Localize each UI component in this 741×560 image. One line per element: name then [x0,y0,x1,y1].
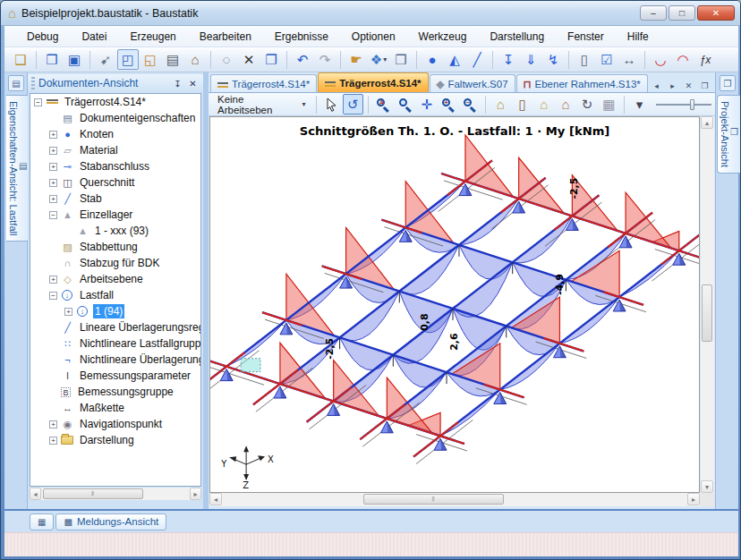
zoom-more-dropdown-button[interactable]: ▾ [629,94,650,115]
tree-item[interactable]: −Trägerrost4.S14* [30,94,200,110]
find-in-document-button[interactable]: ◱ [140,49,161,70]
tree-item[interactable]: −↓Lastfall [30,287,200,303]
menu-erzeugen[interactable]: Erzeugen [120,28,185,46]
line-support-tool-button[interactable]: ⇓ [520,49,541,70]
node-tool-button[interactable]: ● [422,49,443,70]
scroll-left-icon[interactable]: ◂ [209,493,222,505]
expand-plus-icon[interactable]: + [49,147,57,155]
scroll-down-icon[interactable]: ▾ [701,480,713,493]
render-mode-button[interactable]: ❖▾ [368,49,389,70]
zoom-dynamic-button[interactable] [395,94,415,115]
menu-werkzeug[interactable]: Werkzeug [409,28,477,46]
close-document-button[interactable]: ✕ [682,79,695,92]
expand-minus-icon[interactable]: − [49,211,57,219]
tree-item[interactable]: +⊸Stabanschluss [30,158,200,174]
tree-item[interactable]: +●Knoten [30,126,200,142]
tree-scroll-thumb[interactable]: ⦀ [43,488,143,499]
tab-document-3[interactable]: ⊓Ebener Rahmen4.S13* [516,74,648,92]
expand-plus-icon[interactable]: + [49,163,57,171]
tree-item[interactable]: +▱Material [30,142,200,158]
save-button[interactable]: ▣ [64,49,85,70]
tree-scroll-right-icon[interactable]: ▸ [190,488,201,500]
tree-item[interactable]: +╱Stab [30,191,200,207]
expand-plus-icon[interactable]: + [49,195,57,203]
tree-item[interactable]: ▲1 - xxx (93) [30,223,200,239]
undo-button[interactable]: ↶ [292,49,313,70]
menu-darstellung[interactable]: Darstellung [480,28,554,46]
menu-datei[interactable]: Datei [72,28,116,46]
menu-fenster[interactable]: Fenster [558,28,614,46]
check-tool-button[interactable]: ☑ [596,49,618,70]
dock-pin-button[interactable]: ↧ [171,77,184,90]
menu-debug[interactable]: Debug [17,28,68,46]
curve-load-tool-button[interactable]: ◠ [672,49,694,70]
copy-button[interactable]: ❐ [260,49,282,70]
properties-button[interactable]: ☛ [345,49,367,70]
new-window-button[interactable]: ❒ [390,49,412,70]
rotate-view-button[interactable]: ↻ [577,94,598,115]
column-tool-button[interactable]: ▯ [574,49,595,70]
orbit-tool-button[interactable]: ↺ [343,94,363,115]
spring-support-tool-button[interactable]: ↯ [542,49,564,70]
tree-item[interactable]: +Darstellung [30,432,200,448]
properties-view-tab[interactable]: ▤ Eigenschaften-Ansicht: Lastfall [6,95,30,242]
model-view[interactable]: -2,5-4,90,82,6-2,5Schnittgrößen Th. 1. O… [210,117,699,492]
scroll-up-icon[interactable]: ▴ [701,116,713,129]
close-button[interactable]: ✕ [697,5,735,21]
cone-support-tool-button[interactable]: ◭ [444,49,465,70]
new-document-button[interactable]: ❑ [10,49,31,70]
menu-optionen[interactable]: Optionen [342,28,405,46]
menu-bearbeiten[interactable]: Bearbeiten [190,28,261,46]
view-side-button[interactable]: ⌂ [555,94,575,115]
minimize-button[interactable]: – [640,5,667,21]
tree-h-scrollbar[interactable]: ◂ ⦀ ▸ [30,488,201,500]
expand-plus-icon[interactable]: + [49,437,57,445]
tree-item[interactable]: ΙBemessungsparameter [30,368,200,384]
document-view-header[interactable]: Dokumenten-Ansicht ↧✕ [28,74,203,92]
tree-item[interactable]: ¬Nichtlineare Überlagerung [30,352,200,368]
tree-item[interactable]: ∷Nichtlineare Lastfallgruppe [30,335,200,352]
menu-hilfe[interactable]: Hilfe [618,28,659,46]
messages-tab[interactable]: ▩Meldungs-Ansicht [55,513,166,530]
redo-button[interactable]: ↷ [314,49,336,70]
tree-item[interactable]: +◇Arbeitsebene [30,271,200,287]
dock-grip[interactable] [31,77,35,89]
scroll-right-icon[interactable]: ▸ [687,493,700,505]
maximize-button[interactable]: □ [669,5,695,21]
model-canvas[interactable]: -2,5-4,90,82,6-2,5Schnittgrößen Th. 1. O… [209,116,700,493]
right-strip-button[interactable]: ❐ [720,75,736,91]
print-button[interactable]: ▤ [162,49,183,70]
h-scroll-thumb[interactable]: ⦀ [363,494,504,505]
scroll-tabs-right-button[interactable]: ▸ [666,79,679,92]
tree-item[interactable]: +◉Navigationspunkt [30,416,200,432]
grid-view-tab[interactable]: ▦ [30,513,54,530]
export-document-button[interactable]: ➹ [95,49,116,70]
project-view-tab[interactable]: ❐ Projekt-Ansicht [717,95,740,174]
scroll-tabs-left-button[interactable]: ◂ [650,79,663,92]
zoom-slider[interactable] [656,98,711,112]
zoom-window-button[interactable]: A [373,94,394,115]
line-load-tool-button[interactable]: ◡ [650,49,671,70]
delete-button[interactable]: ✕ [238,49,260,70]
menu-ergebnisse[interactable]: Ergebnisse [265,28,338,46]
print-preview-button[interactable]: ◰ [117,49,139,70]
tree-item[interactable]: +◫Querschnitt [30,174,200,191]
canvas-v-scrollbar[interactable]: ▴ ▾ [701,116,714,493]
left-strip-button[interactable]: ▤ [8,75,24,91]
expand-plus-icon[interactable]: + [49,131,57,139]
title-bar[interactable]: ⌂ Beispielprojekt.baustatik - Baustatik … [1,1,741,26]
view-top-button[interactable]: ⌂ [533,94,554,115]
select-cursor-button[interactable] [321,94,342,115]
expand-minus-icon[interactable]: − [49,292,57,300]
view-isometric-button[interactable]: ⌂ [490,94,511,115]
expand-plus-icon[interactable]: + [49,420,57,428]
view-front-button[interactable]: ▯ [512,94,532,115]
float-document-button[interactable]: ❐ [698,79,711,92]
v-scroll-thumb[interactable] [702,284,712,342]
tree-item[interactable]: ╱Lineare Überlagerungsregel [30,319,200,335]
pan-tool-button[interactable]: ✛ [416,94,437,115]
grid-toggle-button[interactable]: ▦ [599,94,619,115]
open-project-button[interactable]: ❒ [41,49,63,70]
lasso-selection-button[interactable]: ◌ [216,49,237,70]
expand-plus-icon[interactable]: + [64,308,72,316]
